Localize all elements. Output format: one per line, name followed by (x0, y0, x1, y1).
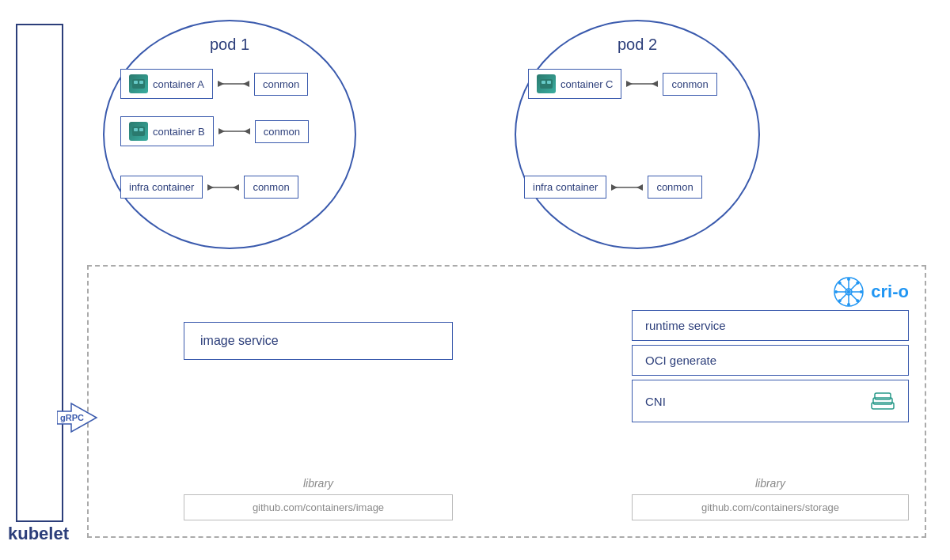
svg-point-37 (857, 282, 860, 285)
svg-point-36 (857, 299, 860, 302)
infra-container-pod2-box: infra container (524, 176, 606, 199)
conmon-a-box: conmon (254, 73, 308, 96)
oci-generate-box: OCI generate (632, 345, 909, 376)
library-left: library github.com/containers/image (184, 477, 453, 520)
svg-marker-13 (244, 128, 250, 134)
conmon-infra1-box: conmon (244, 176, 298, 199)
arrow-infra1-conmon (207, 181, 239, 194)
infra-container-pod1-box: infra container (120, 176, 203, 199)
svg-marker-16 (233, 184, 239, 191)
svg-point-31 (847, 278, 850, 281)
svg-rect-2 (132, 79, 145, 89)
svg-rect-40 (872, 403, 894, 409)
crio-snowflake-icon (833, 276, 864, 308)
cni-stack-icon (870, 388, 895, 414)
container-b-row: container B conmon (120, 116, 309, 146)
svg-rect-19 (547, 81, 551, 84)
svg-rect-18 (542, 81, 545, 84)
library-right-box: github.com/containers/storage (632, 494, 909, 520)
container-a-row: container A conmon (120, 69, 308, 99)
svg-marker-6 (218, 81, 224, 87)
svg-point-35 (838, 282, 842, 285)
svg-marker-21 (626, 81, 633, 87)
pod2-title: pod 2 (516, 36, 758, 54)
container-c-row: container C conmon (528, 69, 717, 99)
svg-point-34 (860, 290, 863, 293)
svg-rect-9 (134, 128, 138, 131)
crio-label: cri-o (871, 282, 909, 302)
crio-box: cri-o image service runtime service OCI … (87, 265, 926, 538)
library-left-box: github.com/containers/image (184, 494, 453, 520)
diagram-container: kubelet gRPC pod 1 (0, 0, 950, 560)
svg-marker-7 (243, 81, 249, 87)
container-a-box: container A (120, 69, 213, 99)
svg-marker-25 (636, 184, 643, 191)
image-service-area: image service (184, 322, 453, 360)
svg-rect-17 (540, 79, 553, 89)
svg-point-32 (847, 303, 850, 306)
pod2-circle: pod 2 container C conmon infra container (515, 20, 760, 249)
svg-point-38 (838, 299, 842, 302)
library-right-label: library (632, 477, 909, 490)
svg-marker-24 (611, 184, 618, 191)
svg-marker-15 (207, 184, 214, 191)
infra-container-pod2-row: infra container conmon (524, 176, 702, 199)
svg-rect-3 (134, 81, 138, 84)
container-c-icon (537, 74, 556, 93)
runtime-service-box: runtime service (632, 310, 909, 341)
svg-rect-8 (132, 127, 145, 136)
kubelet-bar (16, 24, 63, 522)
grpc-arrow: gRPC (57, 399, 152, 436)
arrow-a-conmon (218, 78, 249, 90)
arrow-infra2-conmon (611, 181, 643, 194)
container-b-box: container B (120, 116, 214, 146)
svg-rect-42 (875, 393, 891, 399)
svg-text:gRPC: gRPC (60, 413, 84, 422)
arrow-c-conmon (626, 78, 658, 90)
svg-rect-41 (873, 398, 892, 404)
container-b-icon (129, 122, 148, 141)
svg-rect-10 (139, 128, 143, 131)
svg-point-33 (834, 290, 838, 293)
right-services: runtime service OCI generate CNI (632, 310, 909, 422)
conmon-c-box: conmon (663, 73, 716, 96)
image-service-box: image service (184, 322, 453, 360)
conmon-infra2-box: conmon (648, 176, 701, 199)
conmon-b-box: conmon (255, 120, 309, 143)
cni-box: CNI (632, 380, 909, 422)
infra-container-pod1-row: infra container conmon (120, 176, 298, 199)
svg-marker-12 (218, 128, 225, 134)
library-left-label: library (184, 477, 453, 490)
container-a-icon (129, 74, 148, 93)
pod1-circle: pod 1 container A conmon (103, 20, 356, 249)
arrow-b-conmon (218, 125, 250, 138)
library-right: library github.com/containers/storage (632, 477, 909, 520)
kubelet-label: kubelet (8, 524, 69, 544)
pod1-title: pod 1 (104, 36, 355, 54)
svg-marker-22 (652, 81, 658, 87)
crio-logo: cri-o (833, 276, 909, 308)
container-c-box: container C (528, 69, 621, 99)
svg-rect-4 (139, 81, 143, 84)
